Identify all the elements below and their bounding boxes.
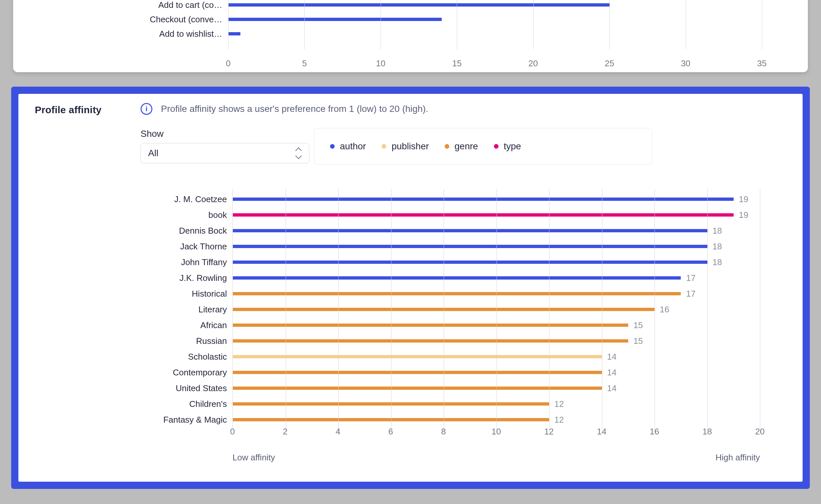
affinity-bar[interactable] <box>233 387 602 390</box>
affinity-y-label: Contemporary <box>173 367 227 378</box>
legend-dot-publisher <box>382 144 386 149</box>
affinity-y-label: Jack Thorne <box>180 241 227 252</box>
conversion-x-tick: 25 <box>604 58 614 69</box>
affinity-value-label: 18 <box>713 241 722 252</box>
affinity-bar[interactable] <box>233 276 681 280</box>
show-select[interactable]: All <box>140 143 309 163</box>
affinity-y-label: United States <box>176 383 227 393</box>
conversion-x-tick: 5 <box>302 58 307 69</box>
conversion-bar[interactable] <box>228 32 241 35</box>
affinity-value-label: 14 <box>607 383 617 393</box>
legend-dot-type <box>494 144 498 149</box>
affinity-y-label: Russian <box>196 336 227 346</box>
affinity-y-label: Dennis Bock <box>179 226 227 236</box>
show-label: Show <box>140 129 163 139</box>
legend-dot-genre <box>445 144 449 149</box>
affinity-y-label: John Tiffany <box>181 257 227 267</box>
axis-caption-low: Low affinity <box>233 452 275 463</box>
legend-label-publisher: publisher <box>391 141 429 152</box>
legend-item-publisher[interactable]: publisher <box>382 141 429 152</box>
conversion-bar[interactable] <box>228 18 442 21</box>
axis-caption-high: High affinity <box>716 452 760 463</box>
info-text: Profile affinity shows a user's preferen… <box>161 104 428 114</box>
affinity-x-tick: 2 <box>283 427 287 437</box>
affinity-y-label: Fantasy & Magic <box>163 415 227 425</box>
affinity-value-label: 12 <box>554 415 564 425</box>
affinity-x-tick: 10 <box>492 427 501 437</box>
affinity-x-tick: 0 <box>230 427 235 437</box>
affinity-x-tick: 20 <box>755 427 765 437</box>
affinity-x-tick: 16 <box>650 427 659 437</box>
affinity-x-tick: 4 <box>336 427 340 437</box>
affinity-y-label: J. M. Coetzee <box>174 194 227 204</box>
section-title: Profile affinity <box>35 104 101 115</box>
legend-label-author: author <box>340 141 366 152</box>
affinity-bar[interactable] <box>233 355 602 358</box>
affinity-value-label: 14 <box>607 367 617 378</box>
conversion-x-tick: 10 <box>376 58 386 69</box>
affinity-bar[interactable] <box>233 213 734 217</box>
affinity-value-label: 17 <box>686 273 696 283</box>
affinity-value-label: 15 <box>634 320 643 330</box>
select-chevron-icon <box>295 148 302 158</box>
affinity-y-label: African <box>200 320 227 330</box>
affinity-bar[interactable] <box>233 339 628 343</box>
affinity-value-label: 19 <box>739 194 748 204</box>
conversion-bar[interactable] <box>228 3 609 7</box>
legend-label-type: type <box>504 141 521 152</box>
conversion-x-tick: 15 <box>452 58 462 69</box>
affinity-bar[interactable] <box>233 198 734 201</box>
conversion-y-label: Add to wishlist… <box>159 27 222 40</box>
profile-affinity-panel: Profile affinity i Profile affinity show… <box>18 94 803 482</box>
legend-item-author[interactable]: author <box>330 141 366 152</box>
affinity-bar[interactable] <box>233 261 707 264</box>
conversion-y-label: Add to cart (co… <box>158 0 222 11</box>
affinity-x-tick: 8 <box>441 427 446 437</box>
conversion-x-tick: 0 <box>226 58 231 69</box>
affinity-chart: J. M. Coetzee19book19Dennis Bock18Jack T… <box>140 189 783 466</box>
info-row: i Profile affinity shows a user's prefer… <box>140 103 428 115</box>
affinity-bar[interactable] <box>233 245 707 248</box>
legend-label-genre: genre <box>454 141 478 152</box>
conversion-x-tick: 30 <box>681 58 690 69</box>
affinity-y-label: Scholastic <box>188 352 227 362</box>
affinity-bar[interactable] <box>233 229 707 232</box>
info-icon: i <box>140 103 152 115</box>
affinity-value-label: 15 <box>634 336 643 346</box>
affinity-value-label: 19 <box>739 210 748 220</box>
affinity-value-label: 12 <box>554 399 564 409</box>
affinity-bar[interactable] <box>233 371 602 374</box>
legend: author publisher genre type <box>314 128 652 165</box>
conversion-x-tick: 20 <box>528 58 538 69</box>
affinity-value-label: 18 <box>713 226 722 236</box>
highlight-frame: Profile affinity i Profile affinity show… <box>11 87 810 489</box>
legend-item-type[interactable]: type <box>494 141 521 152</box>
conversion-chart-card: Add to cart (co…Checkout (conve…Add to w… <box>13 0 808 72</box>
affinity-x-tick: 12 <box>544 427 554 437</box>
affinity-value-label: 16 <box>660 305 669 315</box>
conversion-y-label: Checkout (conve… <box>150 13 222 26</box>
affinity-y-label: book <box>209 210 227 220</box>
affinity-x-tick: 18 <box>703 427 712 437</box>
legend-dot-author <box>330 144 335 149</box>
affinity-bar[interactable] <box>233 292 681 295</box>
affinity-value-label: 18 <box>713 257 722 267</box>
affinity-x-axis: 02468101214161820 <box>233 427 760 446</box>
legend-item-genre[interactable]: genre <box>445 141 478 152</box>
conversion-plot: Add to cart (co…Checkout (conve…Add to w… <box>228 0 762 49</box>
affinity-value-label: 14 <box>607 352 617 362</box>
affinity-y-label: Literary <box>198 305 227 315</box>
affinity-bar[interactable] <box>233 324 628 327</box>
affinity-value-label: 17 <box>686 289 696 299</box>
show-select-value: All <box>148 148 158 158</box>
conversion-x-tick: 35 <box>757 58 767 69</box>
affinity-y-label: J.K. Rowling <box>179 273 227 283</box>
affinity-plot-area: J. M. Coetzee19book19Dennis Bock18Jack T… <box>233 189 760 432</box>
affinity-y-label: Children's <box>189 399 227 409</box>
conversion-x-axis: 05101520253035 <box>228 49 762 72</box>
affinity-x-tick: 6 <box>389 427 393 437</box>
affinity-y-label: Historical <box>192 289 227 299</box>
affinity-x-tick: 14 <box>597 427 606 437</box>
